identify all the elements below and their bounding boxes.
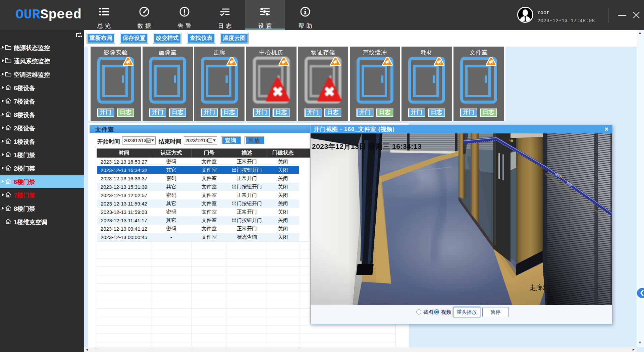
svg-text:走廊2: 走廊2 [529,284,546,291]
svg-text:2023年12月13日 星期三 16:34:13: 2023年12月13日 星期三 16:34:13 [312,142,422,150]
